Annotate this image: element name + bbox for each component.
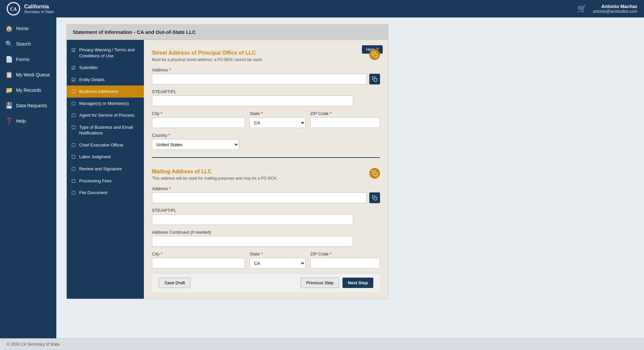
principal-city-input[interactable] xyxy=(152,117,245,128)
content-area: Statement of Information - CA and Out-of… xyxy=(56,17,644,338)
sidebar-label-help: Help xyxy=(16,118,26,124)
sidebar-label-data-requests: Data Requests xyxy=(16,103,47,108)
step-check-submitter: ☑ xyxy=(71,65,76,70)
mailing-address-input[interactable] xyxy=(152,192,367,203)
step-label-managers: Manager(s) or Member(s) xyxy=(79,101,129,107)
step-check-business: ☐ xyxy=(71,89,76,94)
principal-city-group: City * xyxy=(152,111,245,128)
save-draft-button[interactable]: Save Draft xyxy=(159,278,191,288)
step-check-labor: ☐ xyxy=(71,154,76,160)
mailing-zip-input[interactable] xyxy=(310,258,380,269)
steps-sidebar: ☑ Privacy Warning / Terms and Conditions… xyxy=(67,40,144,299)
principal-city-label: City * xyxy=(152,111,245,116)
page-body: ☑ Privacy Warning / Terms and Conditions… xyxy=(67,40,388,299)
step-type-of-business[interactable]: ☐ Type of Business and Email Notificatio… xyxy=(67,121,144,139)
step-submitter[interactable]: ☑ Submitter xyxy=(67,62,144,74)
topbar-right: 🛒 Antonio Machaz antonio@amstudios.com xyxy=(577,4,637,14)
mailing-zip-label: ZIP Code * xyxy=(310,251,380,256)
sidebar-item-my-work-queue[interactable]: 📋 My Work Queue xyxy=(0,67,56,82)
sidebar-label-search: Search xyxy=(16,41,31,47)
step-check-privacy: ☑ xyxy=(71,47,76,53)
mailing-zip-group: ZIP Code * xyxy=(310,251,380,269)
principal-address-input-wrapper xyxy=(152,74,380,84)
sidebar-item-my-records[interactable]: 📁 My Records xyxy=(0,82,56,98)
principal-country-select[interactable]: United States Canada Mexico Other xyxy=(152,139,239,150)
principal-address-input[interactable] xyxy=(152,74,367,84)
cart-icon[interactable]: 🛒 xyxy=(577,4,586,13)
principal-section-title: Street Address of Principal Office of LL… xyxy=(152,50,380,56)
mailing-ste-input[interactable] xyxy=(152,214,353,225)
sidebar-label-forms: Forms xyxy=(16,57,30,62)
svg-rect-5 xyxy=(374,197,377,200)
mailing-ste-label: STE/APT/FL xyxy=(152,208,380,213)
svg-rect-2 xyxy=(374,54,377,57)
step-label-review: Review and Signature xyxy=(79,166,122,172)
mailing-section: Mailing Address of LLC This address will… xyxy=(152,165,380,273)
step-check-review: ☐ xyxy=(71,166,76,172)
data-requests-icon: 💾 xyxy=(5,102,13,109)
mailing-city-input[interactable] xyxy=(152,258,245,269)
principal-state-select[interactable]: CA AL AK AZ xyxy=(250,117,305,128)
step-review-signature[interactable]: ☐ Review and Signature xyxy=(67,163,144,175)
user-name: Antonio Machaz xyxy=(593,4,637,9)
state-name: California xyxy=(24,3,54,10)
svg-rect-3 xyxy=(374,78,377,81)
mailing-address-continued-input[interactable] xyxy=(152,236,353,247)
mailing-city-state-zip-row: City * State * CA AL xyxy=(152,251,380,273)
user-email: antonio@amstudios.com xyxy=(593,9,637,14)
mailing-address-continued-label: Address Continued (if needed) xyxy=(152,230,380,235)
sidebar-item-data-requests[interactable]: 💾 Data Requests xyxy=(0,98,56,113)
user-info: Antonio Machaz antonio@amstudios.com xyxy=(593,4,637,14)
principal-address-copy-btn[interactable] xyxy=(369,74,380,84)
page-header: Statement of Information - CA and Out-of… xyxy=(67,24,388,40)
sidebar-item-home[interactable]: 🏠 Home xyxy=(0,21,56,36)
step-check-entity: ☑ xyxy=(71,77,76,82)
sidebar-item-help[interactable]: ❓ Help xyxy=(0,113,56,129)
principal-address-group: Address * xyxy=(152,67,380,84)
form-area: Help ? Street Address of Principal Offic… xyxy=(144,40,388,299)
step-agent-service[interactable]: ☐ Agent for Service of Process xyxy=(67,109,144,121)
work-queue-icon: 📋 xyxy=(5,71,13,78)
mailing-copy-button[interactable] xyxy=(369,168,380,179)
step-business-addresses[interactable]: ☐ Business Addresses xyxy=(67,85,144,98)
principal-country-label: Country * xyxy=(152,133,380,138)
topbar-title: California Secretary of State xyxy=(24,3,54,14)
principal-section-subtitle: Must be a physical street address; a PO … xyxy=(152,57,380,62)
step-processing-fees[interactable]: ☐ Processing Fees xyxy=(67,175,144,187)
step-privacy-warning[interactable]: ☑ Privacy Warning / Terms and Conditions… xyxy=(67,44,144,62)
mailing-address-group: Address * xyxy=(152,186,380,203)
page-footer: © 2024 CA Secretary of State xyxy=(0,338,644,350)
mailing-city-group: City * xyxy=(152,251,245,269)
step-entity-details[interactable]: ☑ Entity Details xyxy=(67,74,144,86)
principal-city-state-zip-row: City * State * CA AL xyxy=(152,111,380,133)
section-divider xyxy=(152,157,380,158)
mailing-state-select[interactable]: CA AL AK AZ xyxy=(250,258,305,269)
copyright-text: © 2024 CA Secretary of State xyxy=(7,342,60,347)
step-labor-judgment[interactable]: ☐ Labor Judgment xyxy=(67,151,144,163)
step-label-agent: Agent for Service of Process xyxy=(79,112,135,118)
sidebar-label-home: Home xyxy=(16,26,29,31)
step-check-agent: ☐ xyxy=(71,113,76,118)
principal-country-group: Country * United States Canada Mexico Ot… xyxy=(152,133,380,150)
sidebar-item-search[interactable]: 🔍 Search xyxy=(0,36,56,52)
step-label-type: Type of Business and Email Notifications xyxy=(79,124,139,136)
sidebar-label-records: My Records xyxy=(16,88,41,93)
sidebar-item-forms[interactable]: 📄 Forms xyxy=(0,52,56,67)
step-ceo[interactable]: ☐ Chief Executive Officer xyxy=(67,139,144,151)
form-footer: Save Draft Previous Step Next Step xyxy=(152,273,380,292)
previous-step-button[interactable]: Previous Step xyxy=(301,278,339,288)
principal-ste-input[interactable] xyxy=(152,96,353,106)
step-label-fees: Processing Fees xyxy=(79,178,112,184)
mailing-section-title: Mailing Address of LLC xyxy=(152,169,380,175)
step-managers[interactable]: ☐ Manager(s) or Member(s) xyxy=(67,98,144,110)
step-file-document[interactable]: ☐ File Document xyxy=(67,187,144,199)
principal-zip-input[interactable] xyxy=(310,117,380,128)
step-label-file: File Document xyxy=(79,190,107,196)
step-label-entity: Entity Details xyxy=(79,77,105,83)
dept-name: Secretary of State xyxy=(24,10,54,14)
principal-zip-label: ZIP Code * xyxy=(310,111,380,116)
next-step-button[interactable]: Next Step xyxy=(342,278,373,288)
mailing-address-copy-btn[interactable] xyxy=(369,192,380,203)
page-card: Statement of Information - CA and Out-of… xyxy=(66,24,388,299)
principal-copy-button[interactable] xyxy=(369,49,380,60)
